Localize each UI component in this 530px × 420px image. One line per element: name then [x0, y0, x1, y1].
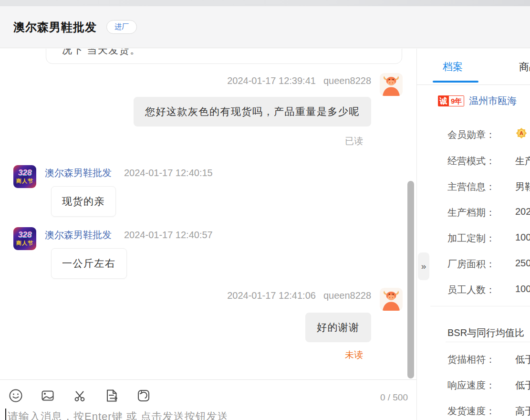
sender-name: queen8228 — [323, 75, 371, 86]
bsr-section-title: BSR与同行均值比 — [447, 326, 524, 339]
company-row: 诚 9年 温州市瓯海 — [438, 94, 517, 107]
panel-collapse-button[interactable]: » — [418, 252, 429, 280]
row-label: 加工定制： — [447, 233, 495, 243]
message-text: 好的谢谢 — [317, 322, 360, 333]
svg-text:A: A — [520, 130, 523, 136]
message-bubble-incoming: 现货的亲 — [51, 186, 116, 217]
message-bubble-incoming: 一公斤左右 — [51, 248, 127, 279]
row-label: 发货速度： — [447, 406, 495, 416]
message-list[interactable]: 况下 当天发货。 2024-01-17 12:39:41queen8228 — [0, 49, 416, 379]
screenshot-scissors-icon[interactable] — [72, 388, 87, 403]
message-bubble-outgoing: 您好这款灰色的有现货吗，产品重量是多少呢 — [134, 97, 371, 126]
row-label: 生产档期： — [447, 207, 495, 218]
char-counter: 0 / 500 — [380, 392, 408, 403]
buyer-avatar-bull[interactable] — [380, 73, 403, 96]
section-divider — [446, 342, 530, 342]
avatar-text: 商人节 — [16, 240, 33, 247]
message-bubble-partial: 况下 当天发货。 — [46, 49, 402, 64]
profile-row: 加工定制： 100% — [447, 232, 495, 245]
row-value: 2500 — [515, 258, 530, 269]
composer-toolbar — [8, 388, 151, 403]
chat-panel: 况下 当天发货。 2024-01-17 12:39:41queen8228 — [0, 49, 416, 420]
row-value: 低于 — [515, 379, 530, 392]
profile-row: 经营模式： 生产厂家 — [447, 155, 495, 168]
chat-scrollbar-thumb[interactable] — [407, 181, 414, 378]
message-text: 况下 当天发货。 — [62, 49, 141, 57]
row-value: 100 — [515, 284, 530, 294]
avatar-text: 商人节 — [16, 178, 33, 185]
buyer-avatar-bull[interactable] — [380, 288, 403, 311]
message-time: 2024-01-17 12:40:57 — [124, 230, 213, 240]
profile-row: 生产档期： 2024 — [447, 206, 495, 219]
profile-row: 主营信息： 男鞋 — [447, 180, 495, 193]
row-label: 会员勋章： — [447, 129, 495, 140]
message-bubble-outgoing: 好的谢谢 — [305, 313, 371, 342]
message-text: 您好这款灰色的有现货吗，产品重量是多少呢 — [145, 106, 360, 117]
row-label: 经营模式： — [447, 156, 495, 166]
message-meta: 澳尔森男鞋批发2024-01-17 12:40:57 — [45, 229, 213, 242]
chevron-double-right-icon: » — [421, 261, 426, 272]
emoji-icon[interactable] — [8, 388, 23, 403]
file-send-icon[interactable] — [104, 388, 119, 403]
row-label: 员工人数： — [447, 284, 495, 295]
bsr-row: 发货速度： 高于 — [447, 405, 495, 418]
message-meta: 澳尔森男鞋批发2024-01-17 12:40:15 — [45, 167, 213, 179]
profile-row: 员工人数： 100 — [447, 284, 495, 296]
row-value: 2024 — [515, 206, 530, 217]
message-input[interactable]: 请输入消息，按Enter键 或 点击发送按钮发送 — [8, 410, 229, 420]
message-time: 2024-01-17 12:41:06 — [227, 290, 316, 301]
row-value: 高于 — [515, 405, 530, 418]
avatar-text: 328 — [18, 168, 31, 177]
unread-status: 未读 — [345, 349, 363, 361]
bsr-row: 货描相符： 低于 — [447, 353, 495, 366]
row-value: 100% — [515, 232, 530, 243]
row-label: 货描相符： — [447, 354, 495, 365]
enter-factory-button[interactable]: 进厂 — [106, 20, 137, 34]
message-time: 2024-01-17 12:39:41 — [227, 75, 316, 86]
bsr-row: 响应速度： 低于 — [447, 379, 495, 392]
profile-tabs: 档案 商品 — [417, 49, 530, 85]
row-label: 响应速度： — [447, 380, 495, 390]
row-value: 低于 — [515, 353, 530, 366]
chengxintong-badge-icon: 诚 — [438, 95, 449, 106]
text-caret — [5, 409, 6, 420]
message-time: 2024-01-17 12:40:15 — [124, 168, 213, 178]
seller-avatar-328[interactable]: 328 商人节 — [13, 227, 36, 250]
message-text: 现货的亲 — [62, 196, 105, 207]
active-tab-underline — [433, 81, 478, 83]
sender-name: queen8228 — [323, 290, 371, 301]
profile-row: 厂房面积： 2500 — [447, 258, 495, 271]
seller-avatar-328[interactable]: 328 商人节 — [13, 165, 36, 188]
row-label: 主营信息： — [447, 181, 495, 192]
message-history-icon[interactable] — [136, 388, 151, 403]
message-composer: 0 / 500 请输入消息，按Enter键 或 点击发送按钮发送 — [0, 379, 416, 420]
medal-icons: A A — [515, 127, 530, 139]
row-value: 男鞋 — [515, 180, 530, 193]
read-status: 已读 — [345, 135, 363, 147]
message-meta: 2024-01-17 12:41:06queen8228 — [227, 290, 371, 301]
sender-name[interactable]: 澳尔森男鞋批发 — [45, 168, 112, 178]
message-meta: 2024-01-17 12:39:41queen8228 — [227, 75, 371, 86]
section-divider — [430, 306, 530, 306]
row-label: 厂房面积： — [447, 259, 495, 269]
chat-header: 澳尔森男鞋批发 进厂 — [0, 6, 530, 48]
tab-archive[interactable]: 档案 — [443, 60, 463, 74]
company-name-link[interactable]: 温州市瓯海 — [469, 94, 517, 107]
row-value: 生产厂家 — [515, 155, 530, 168]
image-icon[interactable] — [40, 388, 55, 403]
avatar-text: 328 — [18, 231, 31, 239]
sender-name[interactable]: 澳尔森男鞋批发 — [45, 230, 112, 240]
chat-app-window: 澳尔森男鞋批发 进厂 况下 当天发货。 2024-01-17 12:39:41q… — [0, 0, 530, 420]
contact-title: 澳尔森男鞋批发 — [13, 20, 97, 35]
medal-a-icon: A — [515, 127, 528, 139]
profile-panel: 档案 商品 诚 9年 温州市瓯海 会员勋章： A — [416, 49, 530, 420]
window-top-strip — [0, 0, 530, 6]
member-years-badge: 9年 — [449, 95, 464, 106]
profile-row: 会员勋章： A A — [447, 128, 495, 141]
message-text: 一公斤左右 — [62, 258, 116, 269]
tab-products[interactable]: 商品 — [519, 60, 530, 74]
